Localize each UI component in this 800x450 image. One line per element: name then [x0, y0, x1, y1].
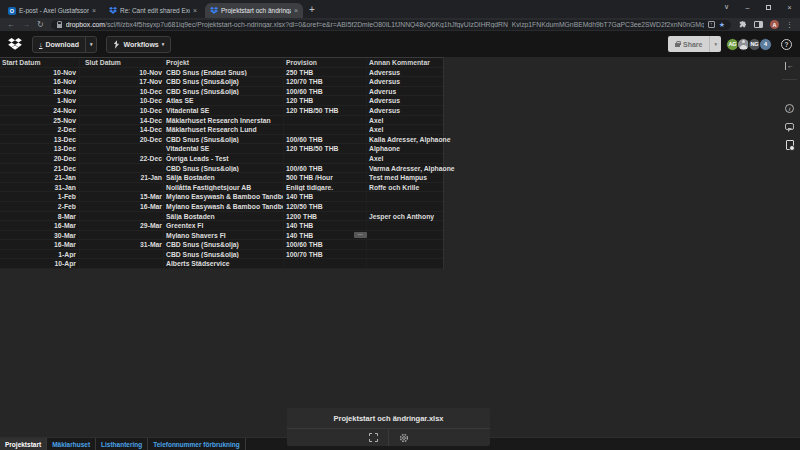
- download-button[interactable]: ↓ Download: [33, 37, 85, 52]
- cell-slut-datum[interactable]: [80, 164, 164, 173]
- cell-provision[interactable]: 100/60 THB: [284, 240, 367, 249]
- window-maximize-button[interactable]: [758, 0, 779, 14]
- cell-start-datum[interactable]: 2-Dec: [0, 125, 80, 134]
- cell-annan-kommentar[interactable]: Alphaone: [367, 144, 443, 153]
- cell-provision[interactable]: Enligt tidigare.: [284, 183, 367, 192]
- cell-start-datum[interactable]: 16-Mar: [0, 221, 80, 230]
- cell-annan-kommentar[interactable]: [367, 259, 443, 268]
- share-button[interactable]: Share: [668, 36, 709, 52]
- column-header-annan-kommentar[interactable]: Annan Kommentar: [367, 58, 443, 67]
- cell-start-datum[interactable]: 1-Feb: [0, 192, 80, 201]
- cell-provision[interactable]: 1200 THB: [284, 212, 367, 221]
- cell-annan-kommentar[interactable]: [367, 250, 443, 259]
- cell-start-datum[interactable]: 21-Jan: [0, 173, 80, 182]
- cell-projekt[interactable]: Mäklarhuset Research Innerstan: [164, 116, 284, 125]
- cell-provision[interactable]: [284, 259, 367, 268]
- cell-annan-kommentar[interactable]: Adversus: [367, 77, 443, 86]
- cell-provision[interactable]: 100/60 THB: [284, 87, 367, 96]
- help-button[interactable]: ?: [781, 39, 792, 50]
- cell-start-datum[interactable]: 1-Apr: [0, 250, 80, 259]
- cell-slut-datum[interactable]: 15-Mar: [80, 192, 164, 201]
- new-tab-button[interactable]: +: [309, 5, 315, 15]
- cell-provision[interactable]: 100/70 THB: [284, 250, 367, 259]
- cell-slut-datum[interactable]: 31-Mar: [80, 240, 164, 249]
- cell-provision[interactable]: [284, 116, 367, 125]
- cell-slut-datum[interactable]: 10-Dec: [80, 106, 164, 115]
- cell-projekt[interactable]: Övriga Leads - Test: [164, 154, 284, 163]
- cell-projekt[interactable]: Mylano Easywash & Bamboo Tandborste FI: [164, 192, 284, 201]
- cell-slut-datum[interactable]: [80, 144, 164, 153]
- cell-slut-datum[interactable]: 20-Dec: [80, 135, 164, 144]
- collapse-panel-icon[interactable]: ←: [785, 62, 794, 70]
- cell-projekt[interactable]: Mylano Easywash & Bamboo Tandborste S: [164, 202, 284, 211]
- cell-provision[interactable]: 120 THB/50 THB: [284, 106, 367, 115]
- cell-start-datum[interactable]: 18-Nov: [0, 87, 80, 96]
- column-header-slut-datum[interactable]: Slut Datum: [80, 58, 164, 67]
- settings-gear-button[interactable]: [388, 429, 419, 446]
- cell-start-datum[interactable]: 10-Apr: [0, 259, 80, 268]
- cell-projekt[interactable]: CBD Snus (Snus&olja): [164, 240, 284, 249]
- cell-annan-kommentar[interactable]: Kalla Adresser, Alphaone: [367, 135, 443, 144]
- cell-annan-kommentar[interactable]: [367, 221, 443, 230]
- cell-start-datum[interactable]: 24-Nov: [0, 106, 80, 115]
- expand-fullscreen-button[interactable]: [359, 429, 388, 446]
- cell-start-datum[interactable]: 13-Dec: [0, 135, 80, 144]
- share-page-icon[interactable]: ↑: [708, 21, 715, 28]
- cell-start-datum[interactable]: 20-Dec: [0, 154, 80, 163]
- browser-tab-outlook[interactable]: O E-post - Axel Gustafsson - Outlo ×: [3, 3, 101, 18]
- cell-projekt[interactable]: Alberts Städservice: [164, 259, 284, 268]
- cell-slut-datum[interactable]: 10-Dec: [80, 96, 164, 105]
- cell-slut-datum[interactable]: 29-Mar: [80, 221, 164, 230]
- bookmark-star-icon[interactable]: ★: [719, 21, 725, 28]
- tab-close-icon[interactable]: ×: [294, 7, 298, 14]
- cell-slut-datum[interactable]: 22-Dec: [80, 154, 164, 163]
- cell-projekt[interactable]: CBD Snus (Endast Snus): [164, 68, 284, 77]
- cell-provision[interactable]: [284, 125, 367, 134]
- tab-close-icon[interactable]: ×: [193, 7, 197, 14]
- cell-slut-datum[interactable]: 16-Mar: [80, 202, 164, 211]
- cell-start-datum[interactable]: 10-Nov: [0, 68, 80, 77]
- cell-projekt[interactable]: CBD Snus (Snus&olja): [164, 87, 284, 96]
- cell-provision[interactable]: 100/60 THB: [284, 164, 367, 173]
- file-activity-icon[interactable]: [786, 140, 794, 150]
- cell-projekt[interactable]: Mäklarhuset Research Lund: [164, 125, 284, 134]
- refresh-icon[interactable]: ↻: [37, 21, 44, 29]
- forward-icon[interactable]: →: [22, 21, 30, 29]
- cell-start-datum[interactable]: 8-Mar: [0, 212, 80, 221]
- cell-slut-datum[interactable]: 10-Nov: [80, 68, 164, 77]
- cell-slut-datum[interactable]: 14-Dec: [80, 125, 164, 134]
- cell-projekt[interactable]: Vitadental SE: [164, 106, 284, 115]
- cell-annan-kommentar[interactable]: [367, 202, 443, 211]
- cell-provision[interactable]: [284, 154, 367, 163]
- sheet-tab-listhantering[interactable]: Listhantering: [96, 438, 148, 450]
- browser-profile-avatar[interactable]: A: [770, 20, 779, 29]
- info-icon[interactable]: i: [785, 104, 794, 113]
- window-minimize-button[interactable]: –: [737, 0, 758, 14]
- cell-projekt[interactable]: CBD Snus (Snus&olja): [164, 135, 284, 144]
- cell-start-datum[interactable]: 16-Mar: [0, 240, 80, 249]
- cell-start-datum[interactable]: 13-Dec: [0, 144, 80, 153]
- cell-slut-datum[interactable]: [80, 231, 164, 240]
- cell-annan-kommentar[interactable]: Varma Adresser, Alphaone: [367, 164, 443, 173]
- cell-provision[interactable]: 120 THB: [284, 96, 367, 105]
- cell-projekt[interactable]: Sälja Bostaden: [164, 212, 284, 221]
- sheet-tab-maklarhuset[interactable]: Mäklarhuset: [47, 438, 96, 450]
- cell-start-datum[interactable]: 2-Feb: [0, 202, 80, 211]
- workflows-button[interactable]: Workflows ▾: [106, 36, 171, 53]
- cell-annan-kommentar[interactable]: Axel: [367, 154, 443, 163]
- extensions-puzzle-icon[interactable]: [738, 20, 747, 29]
- side-panel-icon[interactable]: [754, 21, 763, 28]
- column-header-start-datum[interactable]: Start Datum: [0, 58, 80, 67]
- cell-projekt[interactable]: CBD Snus (Snus&olja): [164, 77, 284, 86]
- cell-slut-datum[interactable]: [80, 259, 164, 268]
- cell-projekt[interactable]: CBD Snus (Snus&olja): [164, 250, 284, 259]
- cell-provision[interactable]: 120/70 THB: [284, 77, 367, 86]
- cell-start-datum[interactable]: 16-Nov: [0, 77, 80, 86]
- cell-slut-datum[interactable]: 21-Jan: [80, 173, 164, 182]
- cell-start-datum[interactable]: 21-Dec: [0, 164, 80, 173]
- browser-menu-icon[interactable]: ⋮: [786, 21, 793, 29]
- download-options-button[interactable]: ▾: [85, 37, 97, 52]
- cell-slut-datum[interactable]: 10-Dec: [80, 87, 164, 96]
- cell-annan-kommentar[interactable]: Jesper och Anthony: [367, 212, 443, 221]
- cell-annan-kommentar[interactable]: Test med Hampus: [367, 173, 443, 182]
